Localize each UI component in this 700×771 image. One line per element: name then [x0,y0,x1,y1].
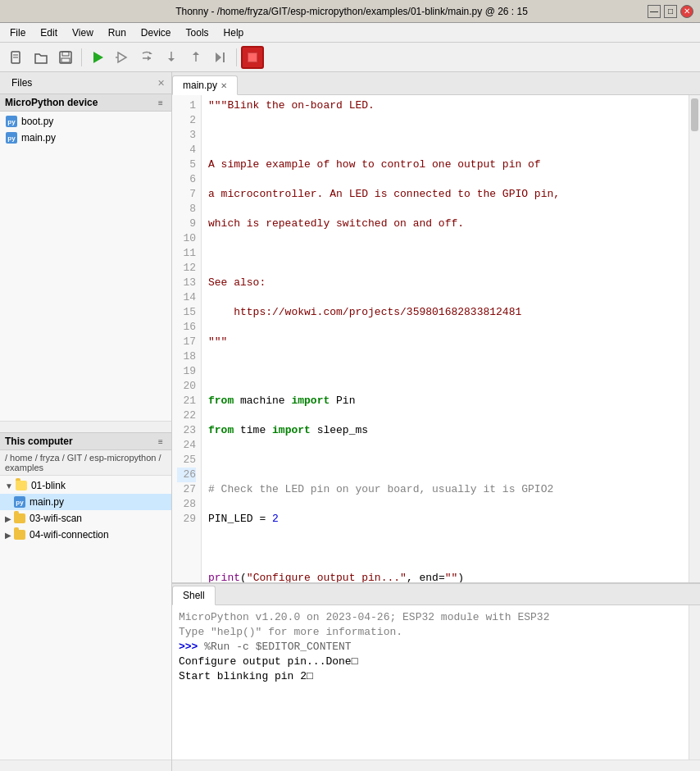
shell-tab-bar: Shell [172,584,700,605]
line-num-7: 7 [177,187,196,202]
left-panel: Files ✕ MicroPython device ≡ py boot.py … [0,72,172,771]
step-into-button[interactable] [160,46,183,69]
folder-name-01blink: 01-blink [31,480,66,491]
open-button[interactable] [30,46,52,69]
main-area: Files ✕ MicroPython device ≡ py boot.py … [0,72,700,771]
menu-device[interactable]: Device [134,25,178,40]
line-num-23: 23 [177,423,196,438]
save-icon [58,50,73,65]
shell-vertical-scrollbar[interactable] [689,605,700,760]
this-computer-header-icons: ≡ [155,436,166,447]
shell-output-2: Start blinking pin 2□ [179,670,313,682]
code-line-10 [208,364,682,379]
toolbar-sep-1 [81,48,82,66]
window-title: Thonny - /home/fryza/GIT/esp-micropython… [56,6,648,17]
micropython-menu-icon[interactable]: ≡ [155,97,166,108]
stop-icon [248,52,257,62]
tab-main-py[interactable]: main.py ✕ [172,75,238,95]
debug-button[interactable] [111,46,134,69]
code-line-5: which is repeatedly switched on and off. [208,217,682,231]
folder-icon-03wifi [13,512,26,525]
code-line-11: from machine import Pin [208,394,682,408]
code-line-7: See also: [208,276,682,290]
line-num-19: 19 [177,364,196,379]
run-icon [89,49,106,66]
save-button[interactable] [54,46,77,69]
line-num-20: 20 [177,379,196,394]
shell-command: %Run -c $EDITOR_CONTENT [204,641,351,653]
line-num-5: 5 [177,157,196,172]
file-icon-main: py [5,131,18,144]
minimize-button[interactable]: — [648,5,661,18]
shell-text[interactable]: MicroPython v1.20.0 on 2023-04-26; ESP32… [172,605,689,760]
menu-view[interactable]: View [66,25,100,40]
menu-file[interactable]: File [3,25,32,40]
shell-output-1: Configure output pin...Done□ [179,655,357,668]
line-num-8: 8 [177,202,196,217]
editor-vertical-scrollbar[interactable] [689,95,700,582]
line-num-10: 10 [177,231,196,246]
menu-edit[interactable]: Edit [34,25,64,40]
code-content[interactable]: """Blink the on-board LED. A simple exam… [202,95,689,582]
step-into-icon [164,50,179,65]
shell-prompt: >>> [179,641,204,653]
line-num-17: 17 [177,335,196,349]
code-line-8: https://wokwi.com/projects/3598016828338… [208,305,682,320]
menu-tools[interactable]: Tools [180,25,216,40]
folder-icon-04wifi [13,528,26,541]
shell-tab[interactable]: Shell [172,586,216,605]
micropython-device-header: MicroPython device ≡ [0,94,171,112]
line-num-11: 11 [177,246,196,261]
files-close-icon[interactable]: ✕ [157,78,165,89]
line-num-22: 22 [177,408,196,423]
shell-content[interactable]: MicroPython v1.20.0 on 2023-04-26; ESP32… [172,605,700,760]
line-num-18: 18 [177,349,196,364]
new-icon [9,50,24,65]
run-button[interactable] [86,46,109,69]
shell-info-line2: Type "help()" for more information. [179,626,402,638]
code-editor[interactable]: 1 2 3 4 5 6 7 8 9 10 11 12 13 14 15 16 1… [172,95,700,582]
breadcrumb: / home / fryza / GIT / esp-micropython /… [0,450,171,476]
folder-name-04wifi: 04-wifi-connection [30,529,109,541]
this-computer-label: This computer [5,436,73,447]
resume-button[interactable] [209,46,232,69]
line-num-15: 15 [177,305,196,320]
menu-help[interactable]: Help [217,25,251,40]
code-line-15: PIN_LED = 2 [208,512,682,527]
list-item[interactable]: ▼ 01-blink [0,477,171,494]
maximize-button[interactable]: □ [664,5,677,18]
micropython-hscrollbar[interactable] [0,421,171,432]
code-line-4: a microcontroller. An LED is connected t… [208,187,682,202]
line-num-4: 4 [177,143,196,157]
list-item[interactable]: py main.py [0,130,171,146]
open-icon [34,50,48,65]
this-computer-panel: This computer ≡ / home / fryza / GIT / e… [0,433,171,771]
this-computer-hscrollbar[interactable] [0,760,171,771]
shell-panel: Shell MicroPython v1.20.0 on 2023-04-26;… [172,582,700,771]
code-line-2 [208,128,682,143]
menu-run[interactable]: Run [102,25,133,40]
new-button[interactable] [5,46,28,69]
code-line-9: """ [208,335,682,349]
list-item[interactable]: py main.py [0,494,171,510]
tab-main-py-close[interactable]: ✕ [220,81,227,90]
step-out-button[interactable] [184,46,207,69]
resume-icon [213,50,228,65]
code-line-3: A simple example of how to control one o… [208,157,682,172]
folder-name-03wifi: 03-wifi-scan [30,513,82,524]
step-over-button[interactable] [135,46,158,69]
list-item[interactable]: py boot.py [0,113,171,130]
this-computer-menu-icon[interactable]: ≡ [155,436,166,447]
list-item[interactable]: ▶ 03-wifi-scan [0,510,171,527]
shell-horizontal-scrollbar[interactable] [172,760,700,771]
close-button[interactable]: ✕ [680,5,693,18]
expand-icon-03wifi: ▶ [5,514,11,523]
line-num-29: 29 [177,512,196,527]
line-num-3: 3 [177,128,196,143]
stop-button[interactable] [241,46,264,69]
editor-scrollbar-thumb [691,98,698,131]
list-item[interactable]: ▶ 04-wifi-connection [0,527,171,543]
files-tab[interactable]: Files [7,75,37,90]
file-icon-main-computer: py [13,495,26,509]
toolbar [0,43,700,72]
